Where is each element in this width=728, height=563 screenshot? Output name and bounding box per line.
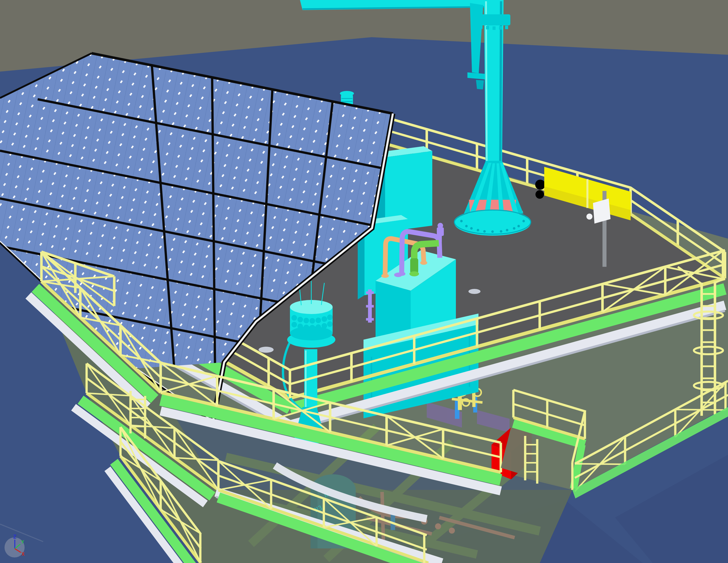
crane-hook <box>476 80 484 89</box>
z-axis-label: Z <box>13 534 16 540</box>
green-pipe-flange <box>409 271 419 276</box>
orange-pipe-flange <box>381 274 389 278</box>
green-valve-body <box>410 258 418 273</box>
y-axis-label: Y <box>21 539 24 545</box>
pedestal-collar <box>478 14 510 25</box>
orange-pipe-flange <box>420 261 427 265</box>
deck-penetration <box>259 347 274 353</box>
viewer-viewport[interactable]: N2 N3 <box>0 0 728 563</box>
x-axis-label: X <box>22 551 25 557</box>
deck-penetration <box>468 289 480 294</box>
purple-top-flange <box>394 272 402 277</box>
